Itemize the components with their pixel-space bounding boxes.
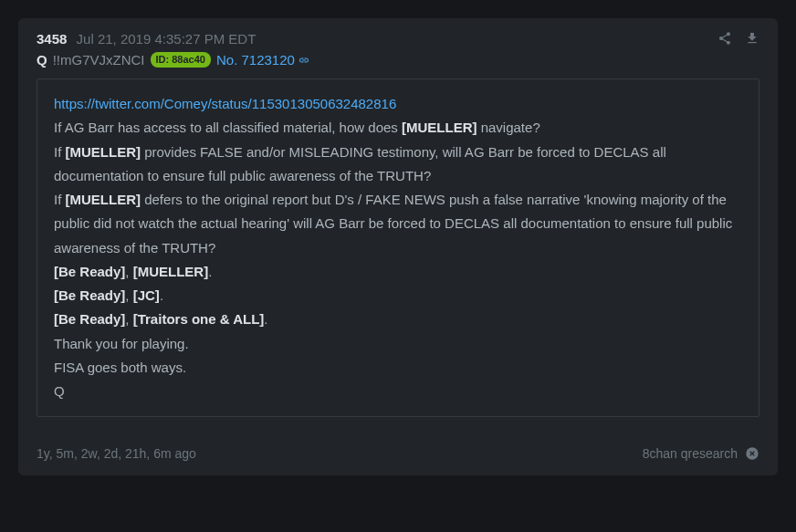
- body-text: Thank you for playing.: [54, 336, 189, 351]
- body-link[interactable]: https://twitter.com/Comey/status/1153013…: [54, 96, 396, 111]
- body-text: FISA goes both ways.: [54, 360, 186, 375]
- bold-jc: [JC]: [133, 287, 160, 303]
- tripcode: !!mG7VJxZNCI: [53, 52, 145, 68]
- post-body: https://twitter.com/Comey/status/1153013…: [37, 78, 759, 417]
- body-text: navigate?: [477, 120, 540, 135]
- post-number[interactable]: 3458: [37, 31, 67, 47]
- bold-mueller: [MUELLER]: [133, 264, 209, 279]
- bold-beready: [Be Ready]: [54, 287, 125, 303]
- timestamp: Jul 21, 2019 4:35:27 PM EDT: [77, 31, 257, 47]
- relative-time: 1y, 5m, 2w, 2d, 21h, 6m ago: [37, 446, 196, 461]
- share-icon[interactable]: [717, 31, 732, 46]
- header-actions: [717, 31, 759, 46]
- post-card: 3458 Jul 21, 2019 4:35:27 PM EDT Q !!mG7…: [18, 18, 778, 475]
- source-label[interactable]: 8chan qresearch: [643, 446, 738, 461]
- body-text: ,: [125, 287, 132, 303]
- body-text: ,: [125, 264, 132, 279]
- close-icon[interactable]: [745, 446, 759, 461]
- bold-mueller: [MUELLER]: [66, 192, 141, 207]
- body-text: .: [264, 311, 267, 327]
- bold-mueller: [MUELLER]: [402, 120, 477, 135]
- body-text: ,: [125, 311, 132, 327]
- header-row-2: Q !!mG7VJxZNCI ID: 88ac40 No. 7123120: [37, 52, 759, 68]
- body-signature: Q: [54, 383, 65, 399]
- body-text: .: [160, 287, 163, 303]
- footer-source: 8chan qresearch: [643, 446, 759, 461]
- body-text: provides FALSE and/or MISLEADING testimo…: [54, 144, 666, 183]
- bold-beready: [Be Ready]: [54, 264, 125, 279]
- header-row-1: 3458 Jul 21, 2019 4:35:27 PM EDT: [37, 31, 759, 47]
- id-badge: ID: 88ac40: [151, 52, 211, 68]
- bold-beready: [Be Ready]: [54, 311, 125, 327]
- download-icon[interactable]: [745, 31, 759, 46]
- body-text: defers to the original report but D's / …: [54, 192, 732, 256]
- body-text: .: [208, 264, 212, 279]
- bold-traitors: [Traitors one & ALL]: [133, 311, 265, 327]
- body-text: If AG Barr has access to all classified …: [54, 120, 402, 135]
- link-icon: [298, 55, 309, 66]
- post-footer: 1y, 5m, 2w, 2d, 21h, 6m ago 8chan qresea…: [18, 435, 778, 475]
- body-text: If: [54, 192, 66, 207]
- bold-mueller: [MUELLER]: [66, 144, 141, 160]
- body-text: If: [54, 144, 66, 160]
- q-label: Q: [37, 52, 47, 68]
- post-no-link[interactable]: No. 7123120: [216, 52, 309, 68]
- post-header: 3458 Jul 21, 2019 4:35:27 PM EDT Q !!mG7…: [18, 18, 778, 78]
